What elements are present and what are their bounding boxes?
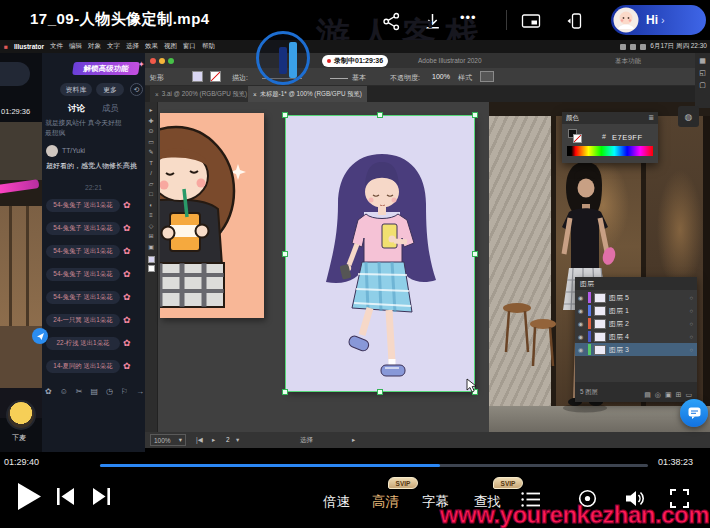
progress-bar[interactable]	[100, 464, 648, 467]
chat-sidebar: 解锁高级功能 ✦ 资料库 更多 ⟲ 讨论 成员 就是接风站什 真今天好想 最想疯…	[42, 53, 145, 452]
bell-icon[interactable]: ⚐	[121, 387, 128, 396]
selection-handle[interactable]	[282, 251, 288, 257]
more-button[interactable]: 更多	[96, 83, 124, 96]
hex-value[interactable]: E7E9FF	[612, 133, 643, 142]
user-account-pill[interactable]: Hi ›	[611, 5, 706, 35]
menu-file[interactable]: 文件	[50, 42, 63, 51]
chat-user-avatar[interactable]	[46, 145, 58, 157]
artboard-next-icon[interactable]: ▸	[212, 436, 215, 444]
locate-icon[interactable]: ◎	[655, 391, 661, 398]
picture-in-picture-icon[interactable]	[521, 12, 541, 30]
selection-handle[interactable]	[472, 251, 478, 257]
next-episode-button[interactable]	[93, 488, 110, 505]
layer-row[interactable]: ◉ 图层 1○	[575, 304, 697, 317]
menu-object[interactable]: 对象	[88, 42, 101, 51]
menu-edit[interactable]: 编辑	[69, 42, 82, 51]
recording-indicator: 录制中01:29:36	[322, 55, 388, 67]
zoom-window-icon[interactable]	[168, 58, 174, 64]
artboard-girl-selected[interactable]	[286, 116, 474, 391]
menu-illustrator[interactable]: Illustrator	[14, 43, 44, 50]
fill-swatch[interactable]	[192, 71, 203, 82]
chat-bubble-fab[interactable]	[680, 399, 708, 427]
selection-handle[interactable]	[377, 112, 383, 118]
emoji-icon[interactable]: ☺	[60, 387, 68, 396]
artboard-prev-icon[interactable]: |◀	[196, 436, 203, 444]
color-spectrum-bar[interactable]	[567, 146, 653, 156]
layer-row[interactable]: ◉ 图层 4○	[575, 330, 697, 343]
flower-gift-icon[interactable]: ✿	[45, 387, 52, 396]
mask-icon[interactable]: ▣	[665, 391, 672, 398]
style-swatch[interactable]	[480, 71, 494, 82]
video-title: 17_09-人物头像定制.mp4	[30, 10, 210, 29]
play-button[interactable]	[18, 483, 41, 510]
fill-proxy-swatch[interactable]	[573, 134, 582, 143]
menu-window[interactable]: 窗口	[183, 42, 196, 51]
scissors-icon[interactable]: ✂	[76, 387, 83, 396]
menu-help[interactable]: 帮助	[202, 42, 215, 51]
opacity-value[interactable]: 100%	[432, 73, 450, 80]
selection-handle[interactable]	[472, 112, 478, 118]
artboard-caret-icon[interactable]: ▾	[236, 436, 239, 444]
menu-view[interactable]: 视图	[164, 42, 177, 51]
record-dot-icon	[327, 59, 331, 63]
close-tab-icon[interactable]: ×	[155, 91, 159, 98]
panel-dock[interactable]: ▦◱▢	[695, 53, 710, 108]
status-arrow-icon[interactable]: ▸	[352, 436, 355, 444]
screen-share-thumbnail[interactable]	[0, 122, 42, 418]
tab-members[interactable]: 成员	[102, 103, 119, 115]
unlock-features-banner[interactable]: 解锁高级功能	[72, 62, 140, 75]
delete-layer-icon[interactable]: ▭	[685, 391, 692, 398]
layer-row[interactable]: ◉ 图层 5○	[575, 291, 697, 304]
speed-button[interactable]: 倍速	[323, 493, 350, 511]
selection-handle[interactable]	[282, 389, 288, 395]
layer-row[interactable]: ◉ 图层 2○	[575, 317, 697, 330]
close-tab-icon[interactable]: ×	[253, 91, 257, 98]
color-panel[interactable]: 颜色 ≣ # E7E9FF	[562, 112, 658, 163]
chibi-girl-illustration	[160, 113, 264, 318]
library-button[interactable]: 资料库	[60, 83, 92, 96]
minimize-window-icon[interactable]	[159, 58, 165, 64]
arrow-icon[interactable]: →	[136, 387, 144, 396]
collect-export-icon[interactable]: ▤	[644, 391, 651, 398]
flower-icon: ✿	[123, 270, 131, 279]
menu-effect[interactable]: 效果	[145, 42, 158, 51]
artboard-number[interactable]: 2	[226, 436, 230, 443]
toolbar-stroke-color[interactable]	[148, 265, 155, 272]
toolbar-fill-color[interactable]	[148, 256, 155, 263]
tools-panel[interactable]: ▸✚⊙▭✎T/▱□◐≡◇⊞▣	[145, 102, 158, 432]
doc-tab-active[interactable]: × 未标题-1* @ 100% (RGB/GPU 预览)	[248, 86, 367, 102]
selection-handle[interactable]	[377, 389, 383, 395]
zoom-level-select[interactable]: 100%▾	[150, 434, 186, 446]
refresh-button[interactable]: ⟲	[130, 83, 143, 96]
gift-message-row: 54-兔兔子 送出1朵花✿	[46, 268, 131, 281]
cast-to-device-icon[interactable]	[566, 12, 584, 30]
clock-icon[interactable]: ◷	[106, 387, 113, 396]
menu-select[interactable]: 选择	[126, 42, 139, 51]
layers-panel[interactable]: 图层 ◉ 图层 5○ ◉ 图层 1○ ◉ 图层 2○ ◉ 图层 4○ ◉ 图层 …	[575, 277, 697, 402]
layer-row-selected[interactable]: ◉ 图层 3○	[575, 343, 697, 356]
previous-episode-button[interactable]	[57, 488, 74, 505]
style-label: 样式	[458, 73, 472, 83]
more-options-icon[interactable]: •••	[460, 10, 477, 25]
brush-basic-label[interactable]: 基本	[352, 73, 366, 83]
selection-handle[interactable]	[282, 112, 288, 118]
artboard-chibi-girl[interactable]	[160, 113, 264, 318]
panel-menu-icon[interactable]: ≣	[648, 114, 654, 122]
doc-tab-inactive[interactable]: × 3.ai @ 200% (RGB/GPU 预览)	[150, 86, 252, 102]
new-layer-icon[interactable]: ⊞	[676, 391, 682, 398]
collapsed-panel-icon[interactable]: ◍	[678, 106, 699, 127]
image-icon[interactable]: ▤	[90, 387, 98, 396]
video-player-app: 17_09-人物头像定制.mp4 游人客栈 ••• Hi	[0, 0, 710, 528]
target-icon: ○	[689, 295, 693, 301]
tab-discussion[interactable]: 讨论	[68, 103, 85, 115]
quality-button[interactable]: 高清	[372, 493, 399, 511]
menu-type[interactable]: 文字	[107, 42, 120, 51]
menubar-status-icon	[620, 44, 626, 50]
stroke-swatch[interactable]	[210, 71, 221, 82]
chat-timestamp: 22:21	[42, 184, 145, 191]
presenter-avatar[interactable]	[6, 400, 36, 430]
mic-off-label[interactable]: 下麦	[12, 433, 26, 443]
flower-icon: ✿	[123, 247, 131, 256]
close-window-icon[interactable]	[150, 58, 156, 64]
workspace-switcher[interactable]: 基本功能	[615, 57, 641, 66]
